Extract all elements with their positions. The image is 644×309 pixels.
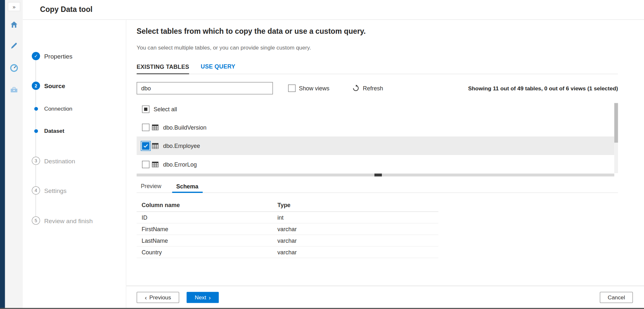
title-bar: Copy Data tool — [23, 0, 644, 20]
chevron-right-icon: › — [209, 294, 211, 300]
step-number-circle: 4 — [32, 186, 40, 195]
step-completed-circle: ✓ — [32, 52, 40, 60]
checkmark-icon: ✓ — [34, 53, 38, 59]
nav-author[interactable] — [5, 38, 23, 54]
refresh-icon — [353, 84, 359, 92]
refresh-label: Refresh — [363, 85, 383, 92]
wizard-step-properties[interactable]: ✓ Properties — [32, 52, 72, 60]
table-name: dbo.ErrorLog — [163, 161, 197, 168]
schema-header-row: Column name Type — [137, 198, 438, 212]
copy-data-tool-window: » Copy Data tool ✓ — [0, 0, 644, 309]
next-button[interactable]: Next › — [186, 292, 219, 303]
expand-nav-button[interactable]: » — [8, 2, 20, 11]
schema-row: LastName varchar — [137, 235, 438, 247]
tables-summary-text: Showing 11 out of 49 tables, 0 out of 6 … — [468, 85, 618, 91]
table-grid-icon — [152, 124, 159, 130]
schema-row: Country varchar — [137, 247, 438, 258]
refresh-button[interactable]: Refresh — [353, 84, 383, 92]
source-mode-tabs: EXISTING TABLES USE QUERY — [137, 59, 618, 74]
home-icon — [10, 20, 18, 30]
nav-monitor[interactable] — [5, 60, 23, 76]
schema-column-type: varchar — [272, 226, 297, 232]
wizard-steps-panel: ✓ Properties 2 Source Connection Dataset… — [23, 20, 127, 309]
wizard-step-destination[interactable]: 3 Destination — [32, 157, 75, 165]
schema-table: Column name Type ID int FirstName varcha… — [137, 198, 438, 258]
page-title: Copy Data tool — [40, 5, 92, 14]
horizontal-scrollbar-thumb[interactable] — [374, 174, 382, 177]
table-grid-icon — [152, 161, 159, 167]
left-accent-bar — [0, 0, 5, 309]
wizard-substep-dataset[interactable]: Dataset — [32, 128, 64, 134]
column-header: Type — [272, 201, 290, 208]
row-checkbox[interactable] — [142, 160, 149, 168]
content-heading: Select tables from which to copy the dat… — [137, 27, 365, 36]
column-header: Column name — [137, 201, 272, 208]
schema-row: ID int — [137, 212, 438, 223]
wizard-step-source[interactable]: 2 Source — [32, 82, 65, 90]
gauge-icon — [9, 63, 18, 74]
table-filter-toolbar: Show views Refresh Showing 11 out of 49 … — [137, 82, 618, 95]
table-grid-icon — [152, 143, 159, 149]
wizard-step-settings[interactable]: 4 Settings — [32, 186, 67, 195]
substep-dot — [34, 107, 38, 111]
table-name: dbo.Employee — [163, 142, 200, 149]
wizard-step-review[interactable]: 5 Review and finish — [32, 216, 93, 225]
toolbox-icon — [10, 86, 18, 95]
tab-schema[interactable]: Schema — [172, 183, 202, 193]
step-number-circle: 5 — [32, 216, 40, 225]
tables-vertical-scrollbar[interactable] — [614, 103, 618, 173]
schema-column-type: int — [272, 214, 283, 221]
tab-existing-tables[interactable]: EXISTING TABLES — [137, 63, 189, 74]
table-name: dbo.BuildVersion — [163, 124, 206, 131]
nav-manage[interactable] — [5, 82, 23, 98]
cancel-button[interactable]: Cancel — [600, 292, 633, 303]
wizard-substep-connection[interactable]: Connection — [32, 106, 72, 112]
pencil-icon — [10, 41, 18, 51]
main-content: Select tables from which to copy the dat… — [126, 20, 644, 286]
content-subheading: You can select multiple tables, or you c… — [137, 44, 311, 50]
step-number-circle: 3 — [32, 157, 40, 165]
table-row[interactable]: dbo.BuildVersion — [137, 118, 614, 137]
chevron-left-icon: ‹ — [145, 294, 147, 300]
schema-column-name: Country — [137, 249, 272, 256]
select-all-label: Select all — [154, 106, 177, 113]
vertical-scrollbar-thumb[interactable] — [614, 103, 618, 143]
tab-use-query[interactable]: USE QUERY — [201, 63, 235, 74]
detail-tabs: Preview Schema — [137, 181, 618, 193]
table-search-input[interactable] — [137, 82, 273, 94]
steps-connector-line — [35, 56, 36, 221]
step-number-circle: 2 — [32, 82, 40, 90]
row-checkbox[interactable] — [142, 123, 149, 131]
show-views-control[interactable]: Show views — [288, 85, 329, 92]
schema-column-type: varchar — [272, 237, 297, 244]
show-views-label: Show views — [299, 85, 329, 92]
select-all-checkbox[interactable] — [142, 105, 149, 113]
substep-dot — [34, 129, 38, 133]
schema-column-name: LastName — [137, 237, 272, 244]
tables-horizontal-scrollbar[interactable] — [137, 174, 614, 177]
table-row[interactable]: dbo.ErrorLog — [137, 155, 614, 174]
nav-home[interactable] — [5, 17, 23, 33]
expand-chevrons-icon: » — [13, 4, 15, 10]
schema-column-name: FirstName — [137, 226, 272, 232]
schema-column-type: varchar — [272, 249, 297, 256]
checkmark-icon — [143, 142, 148, 149]
show-views-checkbox[interactable] — [288, 85, 296, 92]
tables-list: Select all dbo.BuildVersion — [137, 101, 618, 174]
tab-preview[interactable]: Preview — [137, 183, 165, 193]
row-checkbox[interactable] — [142, 142, 149, 150]
table-row[interactable]: dbo.Employee — [137, 136, 614, 155]
schema-column-name: ID — [137, 214, 272, 221]
select-all-row[interactable]: Select all — [137, 101, 614, 118]
app-nav-rail: » — [5, 0, 23, 309]
previous-button[interactable]: ‹ Previous — [137, 292, 179, 303]
wizard-footer: ‹ Previous Next › Cancel — [126, 286, 644, 309]
schema-row: FirstName varchar — [137, 223, 438, 235]
